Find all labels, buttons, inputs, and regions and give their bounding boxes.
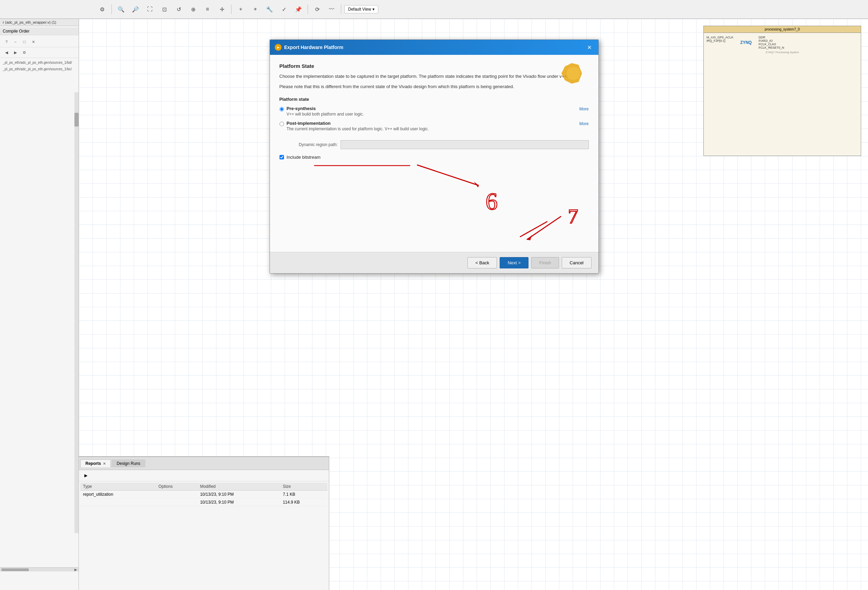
top-toolbar: ⚙ 🔍 🔎 ⛶ ⊡ ↺ ⊕ ≡ ✛ + ⌖ 🔧 ✓ 📌 ⟳ 〰 Default … bbox=[0, 0, 868, 19]
dialog-overlay: ▸ Export Hardware Platform ✕ Platform St… bbox=[0, 19, 868, 590]
check-icon[interactable]: ✓ bbox=[278, 3, 290, 15]
svg-line-5 bbox=[527, 216, 561, 240]
logo-svg bbox=[561, 63, 582, 84]
pre-synthesis-more-link[interactable]: More bbox=[579, 106, 589, 111]
post-implementation-sublabel: The current implementation is used for p… bbox=[287, 127, 429, 131]
refresh-icon[interactable]: ⟳ bbox=[311, 3, 323, 15]
post-implementation-row: Post-implementation The current implemen… bbox=[279, 121, 589, 136]
default-view-label: Default View bbox=[348, 7, 371, 12]
toolbar-sep-1 bbox=[111, 4, 112, 14]
include-bitstream-label[interactable]: Include bitstream bbox=[287, 155, 321, 160]
zoom-out-icon[interactable]: 🔎 bbox=[129, 3, 142, 15]
post-implementation-option: Post-implementation The current implemen… bbox=[279, 121, 429, 131]
platform-state-note: Please note that this is different from … bbox=[279, 83, 589, 90]
finish-button[interactable]: Finish bbox=[531, 257, 559, 268]
toolbar-sep-4 bbox=[341, 4, 341, 14]
default-view-dropdown[interactable]: Default View ▾ bbox=[344, 5, 378, 13]
svg-marker-1 bbox=[567, 66, 580, 80]
magnify-icon[interactable]: ⊕ bbox=[187, 3, 199, 15]
wrench-icon[interactable]: 🔧 bbox=[263, 3, 276, 15]
lasso-icon[interactable]: ⌖ bbox=[249, 3, 261, 15]
platform-state-heading: Platform State bbox=[279, 63, 589, 69]
dialog-title-left: ▸ Export Hardware Platform bbox=[275, 44, 344, 51]
refresh-loop-icon[interactable]: ↺ bbox=[173, 3, 185, 15]
cancel-button[interactable]: Cancel bbox=[562, 257, 591, 268]
zoom-area-icon[interactable]: ⊡ bbox=[158, 3, 170, 15]
annotation-arrows: 6 7 bbox=[279, 155, 589, 244]
radio-group: Pre-synthesis V++ will build both platfo… bbox=[279, 106, 589, 136]
wave-icon[interactable]: 〰 bbox=[325, 3, 338, 15]
include-bitstream-checkbox[interactable] bbox=[279, 155, 284, 159]
fit-icon[interactable]: ⛶ bbox=[144, 3, 156, 15]
include-bitstream-row: Include bitstream bbox=[279, 155, 589, 160]
dialog-titlebar: ▸ Export Hardware Platform ✕ bbox=[270, 40, 598, 55]
export-hardware-dialog: ▸ Export Hardware Platform ✕ Platform St… bbox=[270, 40, 599, 274]
post-implementation-label[interactable]: Post-implementation bbox=[287, 121, 331, 126]
post-implementation-more-link[interactable]: More bbox=[579, 121, 589, 126]
vivado-logo bbox=[561, 63, 582, 85]
chevron-down-icon: ▾ bbox=[372, 7, 375, 12]
post-implementation-radio[interactable] bbox=[279, 122, 284, 126]
svg-text:6: 6 bbox=[486, 188, 497, 215]
svg-marker-6 bbox=[527, 235, 532, 240]
annotation-area: Include bitstream 6 bbox=[279, 155, 589, 244]
dynamic-region-label: Dynamic region path: bbox=[279, 142, 338, 147]
svg-marker-7 bbox=[474, 181, 479, 187]
crosshair-icon[interactable]: ✛ bbox=[216, 3, 228, 15]
pre-synthesis-option: Pre-synthesis V++ will build both platfo… bbox=[279, 106, 364, 117]
post-implementation-content: Post-implementation The current implemen… bbox=[287, 121, 429, 131]
dialog-title: Export Hardware Platform bbox=[284, 44, 344, 50]
settings-icon[interactable]: ⚙ bbox=[96, 3, 108, 15]
svg-line-4 bbox=[520, 221, 547, 237]
toolbar-sep-2 bbox=[231, 4, 232, 14]
dynamic-region-input[interactable] bbox=[341, 140, 589, 149]
pre-synthesis-sublabel: V++ will build both platform and user lo… bbox=[287, 112, 364, 117]
dialog-close-button[interactable]: ✕ bbox=[585, 43, 593, 52]
dynamic-region-row: Dynamic region path: bbox=[279, 140, 589, 149]
toolbar-sep-3 bbox=[308, 4, 308, 14]
dialog-body: Platform State Choose the implementation… bbox=[270, 55, 598, 252]
svg-text:7: 7 bbox=[568, 205, 578, 228]
dialog-app-icon: ▸ bbox=[275, 44, 282, 51]
platform-state-description: Choose the implementation state to be ca… bbox=[279, 73, 589, 80]
pre-synthesis-content: Pre-synthesis V++ will build both platfo… bbox=[287, 106, 364, 117]
pre-synthesis-row: Pre-synthesis V++ will build both platfo… bbox=[279, 106, 589, 121]
pre-synthesis-label[interactable]: Pre-synthesis bbox=[287, 106, 316, 111]
next-button[interactable]: Next > bbox=[500, 257, 528, 268]
pin-icon[interactable]: 📌 bbox=[292, 3, 304, 15]
list-icon[interactable]: ≡ bbox=[201, 3, 214, 15]
dialog-footer: < Back Next > Finish Cancel bbox=[270, 252, 598, 273]
svg-line-2 bbox=[417, 165, 479, 186]
platform-state-label: Platform state bbox=[279, 97, 589, 102]
zoom-in-icon[interactable]: 🔍 bbox=[115, 3, 127, 15]
pre-synthesis-radio[interactable] bbox=[279, 107, 284, 111]
plus-icon[interactable]: + bbox=[235, 3, 247, 15]
dialog-body-inner: Platform State Choose the implementation… bbox=[279, 63, 589, 244]
back-button[interactable]: < Back bbox=[468, 257, 497, 268]
